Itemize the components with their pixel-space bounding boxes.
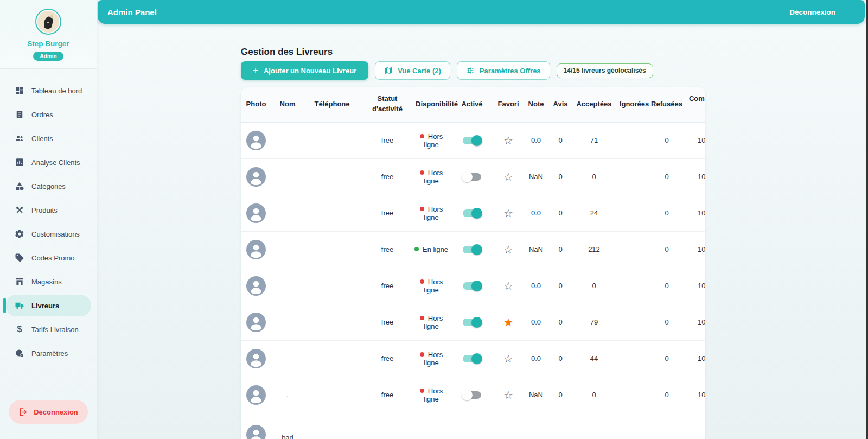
- sidebar-logout-button[interactable]: Déconnexion: [9, 400, 88, 424]
- cutlery-icon: [15, 205, 24, 215]
- sidebar-logout-label: Déconnexion: [34, 408, 78, 416]
- sidebar-item-parametres[interactable]: e Paramètres: [5, 342, 91, 364]
- sidebar-item-livreurs[interactable]: Livreurs: [5, 295, 91, 316]
- offline-dot: [420, 352, 424, 357]
- active-toggle[interactable]: [463, 281, 481, 291]
- sidebar-item-categories[interactable]: Catégories: [5, 175, 91, 197]
- cell-nom: [271, 231, 304, 268]
- toolbar: Ajouter un Nouveau Livreur Vue Carte (2)…: [241, 61, 653, 80]
- window-edge: [866, 0, 868, 439]
- cell-avis: 0: [551, 158, 570, 195]
- cell-refusees: 0: [648, 304, 686, 340]
- cell-commission: 10: [686, 377, 705, 413]
- cell-avis: 0: [551, 340, 570, 377]
- cell-disponibilite: En ligne: [414, 231, 448, 268]
- sidebar-item-analyse-clients[interactable]: Analyse Clients: [5, 151, 91, 173]
- map-view-label: Vue Carte (2): [398, 67, 441, 75]
- cell-refusees: 0: [648, 340, 686, 377]
- offline-dot: [420, 207, 424, 211]
- favorite-star-icon[interactable]: [503, 320, 513, 328]
- user-avatar: [35, 9, 61, 35]
- active-toggle[interactable]: [463, 353, 481, 364]
- online-dot: [414, 247, 419, 251]
- logout-icon: [18, 408, 28, 417]
- col-acceptees: Acceptées: [570, 87, 618, 122]
- cell-disponibilite: Hors ligne: [414, 340, 448, 377]
- main-content: Gestion des Livreurs Ajouter un Nouveau …: [97, 24, 866, 439]
- sidebar-item-magasins[interactable]: Magasins: [5, 271, 91, 292]
- user-block: Step Burger Admin: [0, 0, 97, 69]
- col-refusees: Refusées: [648, 87, 686, 122]
- favorite-star-icon[interactable]: [503, 174, 513, 182]
- sidebar-item-ordres[interactable]: Ordres: [5, 104, 91, 125]
- favorite-star-icon[interactable]: [503, 138, 513, 146]
- page-title: Gestion des Livreurs: [241, 47, 333, 58]
- offline-dot: [420, 170, 424, 175]
- cell-nom: [271, 122, 304, 158]
- cell-statut: free: [360, 377, 414, 413]
- cell-avis: 0: [551, 231, 570, 268]
- cell-acceptees: 0: [570, 377, 618, 413]
- active-toggle[interactable]: [463, 135, 481, 146]
- favorite-star-icon[interactable]: [503, 283, 513, 291]
- sidebar-item-label: Ordres: [31, 111, 53, 119]
- cell-commission: 10: [686, 268, 705, 304]
- sidebar-item-codes-promo[interactable]: Codes Promo: [5, 247, 91, 269]
- active-toggle[interactable]: [463, 317, 481, 328]
- sidebar-item-clients[interactable]: Clients: [5, 128, 91, 149]
- sidebar-item-produits[interactable]: Produits: [5, 199, 91, 221]
- map-icon: [384, 66, 393, 75]
- map-view-button[interactable]: Vue Carte (2): [375, 61, 450, 80]
- livreurs-table: Photo Nom Téléphone Statut d'activité Di…: [241, 87, 705, 439]
- clients-icon: [15, 133, 24, 143]
- table-row: free Hors ligne 0.0 0 71 0 10: [241, 122, 705, 158]
- active-toggle[interactable]: [463, 208, 481, 219]
- cell-telephone: [304, 304, 360, 340]
- cell-commission: 10: [686, 231, 705, 268]
- table-header-row: Photo Nom Téléphone Statut d'activité Di…: [241, 87, 705, 122]
- sidebar-item-label: Catégories: [31, 182, 66, 190]
- driver-avatar-icon: [246, 240, 266, 259]
- cell-commission: 10: [686, 195, 705, 231]
- cell-commission: 10: [686, 304, 705, 340]
- cell-ignorees: [618, 231, 648, 268]
- sidebar-item-label: Analyse Clients: [31, 158, 80, 167]
- tag-icon: [15, 253, 24, 263]
- add-livreur-button[interactable]: Ajouter un Nouveau Livreur: [241, 61, 368, 80]
- cell-ignorees: [618, 268, 648, 304]
- favorite-star-icon[interactable]: [503, 392, 513, 400]
- offers-settings-button[interactable]: Paramètres Offres: [457, 61, 550, 80]
- cell-commission: 10: [686, 340, 705, 377]
- col-commission: Commission (%): [686, 87, 705, 122]
- cell-telephone: [304, 231, 360, 268]
- cell-ignorees: [618, 377, 648, 413]
- cell-disponibilite: Hors ligne: [414, 195, 448, 231]
- topbar-logout-button[interactable]: Déconnexion: [789, 8, 835, 16]
- favorite-star-icon[interactable]: [503, 356, 513, 364]
- favorite-star-icon[interactable]: [503, 247, 513, 255]
- driver-avatar-icon: [246, 131, 266, 150]
- active-toggle[interactable]: [463, 390, 481, 400]
- sidebar-nav: Tableau de bord Ordres Clients Analyse C…: [0, 69, 97, 372]
- topbar: Admin Panel Déconnexion: [98, 0, 865, 24]
- active-toggle[interactable]: [463, 171, 481, 182]
- sidebar-item-customisations[interactable]: Customisations: [5, 223, 91, 245]
- offline-dot: [420, 134, 424, 138]
- cell-telephone: [304, 340, 360, 377]
- col-nom: Nom: [271, 87, 304, 122]
- active-toggle[interactable]: [463, 244, 481, 255]
- favorite-star-icon[interactable]: [503, 211, 513, 219]
- table-row: free Hors ligne 0.0 0 0 0 10: [241, 268, 705, 304]
- cell-ignorees: [618, 122, 648, 158]
- sidebar-item-label: Produits: [31, 206, 58, 214]
- cell-disponibilite: Hors ligne: [414, 158, 448, 195]
- plus-icon: [253, 65, 258, 76]
- sidebar-item-tableau-de-bord[interactable]: Tableau de bord: [5, 80, 91, 101]
- col-note: Note: [521, 87, 551, 122]
- cell-ignorees: [618, 304, 648, 340]
- offline-dot: [420, 389, 424, 393]
- sidebar-item-tarifs-livraison[interactable]: Tarifs Livraison: [5, 319, 91, 340]
- cell-commission: 10: [686, 122, 705, 158]
- cell-disponibilite: Hors ligne: [414, 122, 448, 158]
- sidebar-item-label: Customisations: [31, 230, 80, 238]
